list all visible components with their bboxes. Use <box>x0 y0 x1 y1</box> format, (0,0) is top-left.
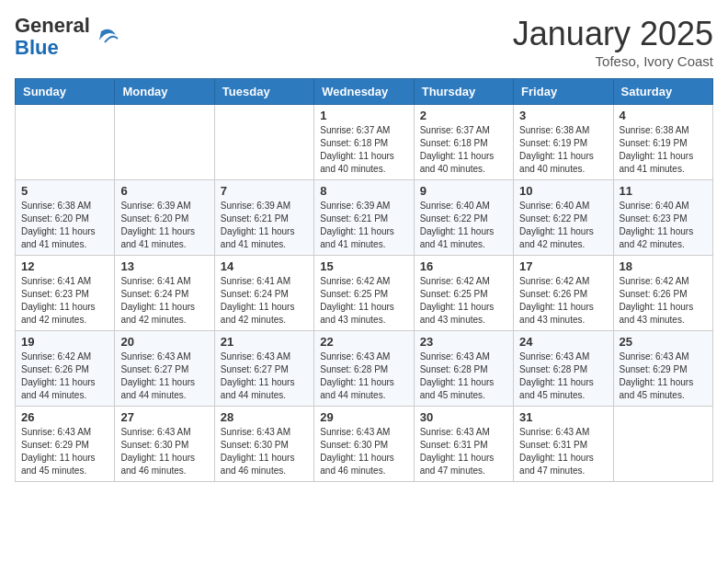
calendar-cell: 7Sunrise: 6:39 AM Sunset: 6:21 PM Daylig… <box>214 180 313 256</box>
day-info: Sunrise: 6:43 AM Sunset: 6:31 PM Dayligh… <box>519 426 607 477</box>
logo-text: General Blue <box>15 15 90 59</box>
month-title: January 2025 <box>513 15 713 53</box>
day-number: 26 <box>21 410 108 424</box>
calendar-cell: 14Sunrise: 6:41 AM Sunset: 6:24 PM Dayli… <box>214 256 313 331</box>
day-number: 5 <box>21 184 108 198</box>
calendar-cell: 13Sunrise: 6:41 AM Sunset: 6:24 PM Dayli… <box>115 256 214 331</box>
day-info: Sunrise: 6:41 AM Sunset: 6:24 PM Dayligh… <box>120 275 208 327</box>
title-block: January 2025 Tofeso, Ivory Coast <box>513 15 713 69</box>
day-info: Sunrise: 6:41 AM Sunset: 6:24 PM Dayligh… <box>221 275 308 327</box>
calendar-cell <box>613 407 712 482</box>
calendar-week-row: 12Sunrise: 6:41 AM Sunset: 6:23 PM Dayli… <box>16 256 713 331</box>
day-info: Sunrise: 6:43 AM Sunset: 6:31 PM Dayligh… <box>420 426 507 477</box>
day-number: 8 <box>320 184 407 198</box>
day-info: Sunrise: 6:39 AM Sunset: 6:21 PM Dayligh… <box>320 200 407 251</box>
calendar-cell: 12Sunrise: 6:41 AM Sunset: 6:23 PM Dayli… <box>16 256 115 331</box>
logo-blue: Blue <box>15 36 59 59</box>
day-number: 21 <box>221 335 308 349</box>
weekday-header-monday: Monday <box>115 79 214 105</box>
calendar-cell: 19Sunrise: 6:42 AM Sunset: 6:26 PM Dayli… <box>16 331 115 407</box>
calendar-cell: 5Sunrise: 6:38 AM Sunset: 6:20 PM Daylig… <box>16 180 115 256</box>
day-info: Sunrise: 6:43 AM Sunset: 6:30 PM Dayligh… <box>320 426 407 477</box>
calendar-cell: 24Sunrise: 6:43 AM Sunset: 6:28 PM Dayli… <box>514 331 613 407</box>
day-info: Sunrise: 6:41 AM Sunset: 6:23 PM Dayligh… <box>21 275 108 327</box>
day-number: 16 <box>420 259 507 273</box>
day-info: Sunrise: 6:43 AM Sunset: 6:28 PM Dayligh… <box>420 350 507 402</box>
day-number: 9 <box>420 184 507 198</box>
day-number: 29 <box>320 410 407 424</box>
calendar-table: SundayMondayTuesdayWednesdayThursdayFrid… <box>15 78 713 482</box>
day-info: Sunrise: 6:42 AM Sunset: 6:26 PM Dayligh… <box>21 350 108 402</box>
calendar-cell: 11Sunrise: 6:40 AM Sunset: 6:23 PM Dayli… <box>613 180 712 256</box>
weekday-header-saturday: Saturday <box>613 79 712 105</box>
day-number: 20 <box>120 335 208 349</box>
day-info: Sunrise: 6:38 AM Sunset: 6:20 PM Dayligh… <box>21 200 108 251</box>
day-info: Sunrise: 6:43 AM Sunset: 6:27 PM Dayligh… <box>221 350 308 402</box>
calendar-cell: 1Sunrise: 6:37 AM Sunset: 6:18 PM Daylig… <box>314 105 414 180</box>
day-info: Sunrise: 6:42 AM Sunset: 6:26 PM Dayligh… <box>519 275 607 327</box>
day-info: Sunrise: 6:38 AM Sunset: 6:19 PM Dayligh… <box>519 124 607 176</box>
day-info: Sunrise: 6:42 AM Sunset: 6:26 PM Dayligh… <box>620 275 707 327</box>
day-info: Sunrise: 6:43 AM Sunset: 6:29 PM Dayligh… <box>620 350 707 402</box>
day-number: 27 <box>120 410 208 424</box>
calendar-cell: 18Sunrise: 6:42 AM Sunset: 6:26 PM Dayli… <box>613 256 712 331</box>
day-info: Sunrise: 6:43 AM Sunset: 6:28 PM Dayligh… <box>519 350 607 402</box>
weekday-header-sunday: Sunday <box>16 79 115 105</box>
calendar-cell: 6Sunrise: 6:39 AM Sunset: 6:20 PM Daylig… <box>115 180 214 256</box>
day-info: Sunrise: 6:37 AM Sunset: 6:18 PM Dayligh… <box>420 124 507 176</box>
calendar-cell: 20Sunrise: 6:43 AM Sunset: 6:27 PM Dayli… <box>115 331 214 407</box>
weekday-header-row: SundayMondayTuesdayWednesdayThursdayFrid… <box>16 79 713 105</box>
day-number: 25 <box>620 335 707 349</box>
day-number: 13 <box>120 259 208 273</box>
weekday-header-tuesday: Tuesday <box>214 79 313 105</box>
calendar-week-row: 26Sunrise: 6:43 AM Sunset: 6:29 PM Dayli… <box>16 407 713 482</box>
day-info: Sunrise: 6:40 AM Sunset: 6:23 PM Dayligh… <box>620 200 707 251</box>
day-number: 4 <box>620 109 707 122</box>
day-info: Sunrise: 6:39 AM Sunset: 6:21 PM Dayligh… <box>221 200 308 251</box>
logo-icon <box>92 22 121 52</box>
day-info: Sunrise: 6:42 AM Sunset: 6:25 PM Dayligh… <box>320 275 407 327</box>
location-subtitle: Tofeso, Ivory Coast <box>513 53 713 69</box>
day-info: Sunrise: 6:43 AM Sunset: 6:28 PM Dayligh… <box>320 350 407 402</box>
day-number: 12 <box>21 259 108 273</box>
day-info: Sunrise: 6:42 AM Sunset: 6:25 PM Dayligh… <box>420 275 507 327</box>
calendar-cell <box>115 105 214 180</box>
calendar-cell: 17Sunrise: 6:42 AM Sunset: 6:26 PM Dayli… <box>514 256 613 331</box>
day-number: 3 <box>519 109 607 122</box>
calendar-cell: 30Sunrise: 6:43 AM Sunset: 6:31 PM Dayli… <box>414 407 513 482</box>
calendar-cell: 29Sunrise: 6:43 AM Sunset: 6:30 PM Dayli… <box>314 407 414 482</box>
logo-general: General <box>15 14 90 37</box>
day-number: 19 <box>21 335 108 349</box>
day-number: 14 <box>221 259 308 273</box>
calendar-cell: 10Sunrise: 6:40 AM Sunset: 6:22 PM Dayli… <box>514 180 613 256</box>
day-number: 24 <box>519 335 607 349</box>
day-info: Sunrise: 6:43 AM Sunset: 6:27 PM Dayligh… <box>120 350 208 402</box>
calendar-cell: 25Sunrise: 6:43 AM Sunset: 6:29 PM Dayli… <box>613 331 712 407</box>
calendar-cell: 26Sunrise: 6:43 AM Sunset: 6:29 PM Dayli… <box>16 407 115 482</box>
day-info: Sunrise: 6:38 AM Sunset: 6:19 PM Dayligh… <box>620 124 707 176</box>
day-number: 15 <box>320 259 407 273</box>
page-header: General Blue January 2025 Tofeso, Ivory … <box>15 15 713 69</box>
logo: General Blue <box>15 15 121 59</box>
calendar-cell: 23Sunrise: 6:43 AM Sunset: 6:28 PM Dayli… <box>414 331 513 407</box>
day-number: 11 <box>620 184 707 198</box>
day-info: Sunrise: 6:37 AM Sunset: 6:18 PM Dayligh… <box>320 124 407 176</box>
calendar-cell: 22Sunrise: 6:43 AM Sunset: 6:28 PM Dayli… <box>314 331 414 407</box>
calendar-cell: 2Sunrise: 6:37 AM Sunset: 6:18 PM Daylig… <box>414 105 513 180</box>
weekday-header-thursday: Thursday <box>414 79 513 105</box>
calendar-cell <box>214 105 313 180</box>
calendar-cell <box>16 105 115 180</box>
calendar-cell: 4Sunrise: 6:38 AM Sunset: 6:19 PM Daylig… <box>613 105 712 180</box>
calendar-cell: 15Sunrise: 6:42 AM Sunset: 6:25 PM Dayli… <box>314 256 414 331</box>
day-info: Sunrise: 6:43 AM Sunset: 6:29 PM Dayligh… <box>21 426 108 477</box>
day-number: 18 <box>620 259 707 273</box>
weekday-header-wednesday: Wednesday <box>314 79 414 105</box>
calendar-week-row: 1Sunrise: 6:37 AM Sunset: 6:18 PM Daylig… <box>16 105 713 180</box>
calendar-cell: 21Sunrise: 6:43 AM Sunset: 6:27 PM Dayli… <box>214 331 313 407</box>
day-number: 28 <box>221 410 308 424</box>
calendar-week-row: 19Sunrise: 6:42 AM Sunset: 6:26 PM Dayli… <box>16 331 713 407</box>
day-number: 17 <box>519 259 607 273</box>
day-number: 30 <box>420 410 507 424</box>
day-info: Sunrise: 6:43 AM Sunset: 6:30 PM Dayligh… <box>221 426 308 477</box>
day-number: 6 <box>120 184 208 198</box>
